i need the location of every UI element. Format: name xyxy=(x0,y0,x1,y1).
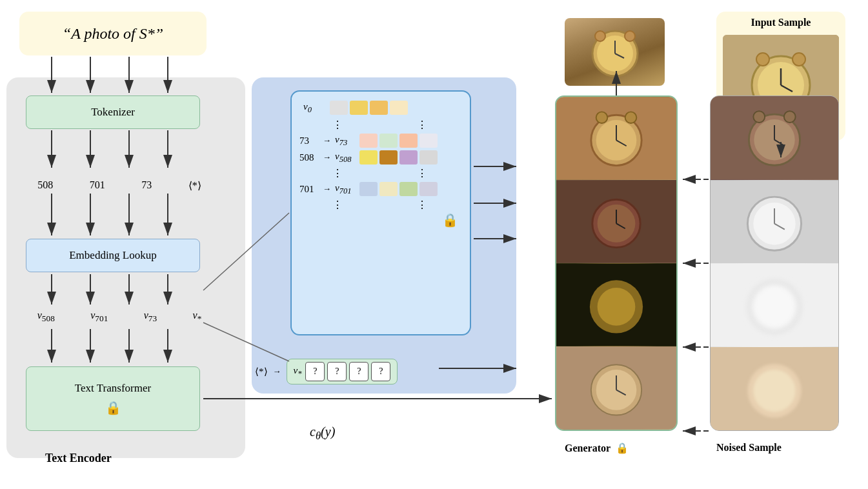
gen-clock-1 xyxy=(556,97,676,180)
noised-clock-4 xyxy=(711,347,838,431)
gen-clock-svg-4 xyxy=(556,346,676,430)
noised-sample-label: Noised Sample xyxy=(716,442,782,454)
tokenizer-label: Tokenizer xyxy=(91,106,135,119)
gen-clock-3 xyxy=(556,263,676,346)
noised-clock-svg-1 xyxy=(711,96,838,180)
vstar-questions: ? ? ? ? xyxy=(305,362,390,381)
token-73: 73 xyxy=(141,179,152,192)
noised-clock-svg-3 xyxy=(711,263,838,347)
clock-image-top xyxy=(565,18,665,86)
text-transformer-box: Text Transformer 🔒 xyxy=(26,366,200,431)
embed-row-v0: v0 xyxy=(297,98,465,117)
embed-dots-3: ⋮ ⋮ xyxy=(297,197,465,212)
question-box-4: ? xyxy=(371,362,390,381)
embed-vectors-row: v508 v701 v73 v* xyxy=(19,310,219,324)
text-transformer-lock-icon: 🔒 xyxy=(105,400,121,415)
gen-clock-svg-1 xyxy=(556,97,676,180)
question-box-1: ? xyxy=(305,362,325,381)
patch xyxy=(419,182,438,196)
arrow-508: → xyxy=(323,152,331,163)
prompt-text: “A photo of S*” xyxy=(63,25,163,43)
gen-clock-svg-2 xyxy=(556,180,676,263)
patch xyxy=(399,150,418,165)
embed-table-lock: 🔒 xyxy=(297,212,465,228)
gen-clock-2 xyxy=(556,180,676,263)
generator-panel xyxy=(555,95,678,431)
patch xyxy=(419,150,438,165)
generator-output-clock xyxy=(565,18,665,86)
embedding-lookup-label: Embedding Lookup xyxy=(69,249,157,262)
patch xyxy=(370,101,388,115)
noised-sample-panel xyxy=(710,95,839,431)
c-theta-label: cθ(y) xyxy=(310,424,335,443)
embed-index-73-label: 73 xyxy=(299,135,319,146)
prompt-box: “A photo of S*” xyxy=(19,12,207,55)
vstar-row: ⟨*⟩ → v* ? ? ? ? xyxy=(255,359,398,384)
patch xyxy=(359,182,378,196)
embed-row-508-wrapper: 508 → v508 xyxy=(297,149,465,166)
patch xyxy=(390,101,408,115)
token-701: 701 xyxy=(90,179,105,192)
svg-point-5 xyxy=(625,31,635,41)
gen-clock-4 xyxy=(556,346,676,430)
patch xyxy=(399,134,418,148)
patch xyxy=(379,150,398,165)
embed-index-v0: v0 xyxy=(303,101,326,115)
token-numbers-row: 508 701 73 ⟨*⟩ xyxy=(19,179,219,192)
svg-point-19 xyxy=(625,112,637,123)
patch xyxy=(379,134,398,148)
svg-point-38 xyxy=(753,111,765,123)
embed-index-701-label: 701 xyxy=(299,184,319,195)
patch xyxy=(350,101,368,115)
embed-index-508-label: 508 xyxy=(299,152,319,163)
embed-index-v508: v508 xyxy=(335,151,358,165)
patch xyxy=(379,182,398,196)
vec-508: v508 xyxy=(37,310,55,324)
token-star: ⟨*⟩ xyxy=(188,179,201,192)
embed-dots-2: ⋮ ⋮ xyxy=(297,166,465,181)
vstar-arrow: → xyxy=(273,366,281,377)
diagram: “A photo of S*” Tokenizer 508 701 73 ⟨*⟩… xyxy=(0,0,868,489)
question-box-3: ? xyxy=(349,362,368,381)
embed-row-v508: v508 xyxy=(335,150,438,165)
embed-table-lock-icon: 🔒 xyxy=(442,213,458,227)
patch xyxy=(419,134,438,148)
embed-patches-v73 xyxy=(359,134,438,148)
embed-row-v73: v73 xyxy=(335,134,438,148)
noised-clock-svg-4 xyxy=(711,347,838,431)
embed-patches-v701 xyxy=(359,182,438,196)
patch xyxy=(359,134,378,148)
embedding-lookup-box: Embedding Lookup xyxy=(26,239,200,272)
embed-patches-v0 xyxy=(330,101,408,115)
gen-clock-svg-3 xyxy=(556,263,676,346)
embedding-table-panel: v0 ⋮ ⋮ 73 → v73 xyxy=(290,90,471,335)
svg-point-39 xyxy=(784,111,796,123)
svg-point-4 xyxy=(595,31,605,41)
noised-clock-3 xyxy=(711,263,838,347)
vstar-label: v* xyxy=(294,365,302,379)
input-sample-label: Input Sample xyxy=(716,17,845,28)
embed-row-v701: v701 xyxy=(335,182,438,196)
tokenizer-box: Tokenizer xyxy=(26,95,200,129)
question-box-2: ? xyxy=(327,362,347,381)
embed-row-701-wrapper: 701 → v701 xyxy=(297,181,465,197)
noised-clock-1 xyxy=(711,96,838,180)
generator-label: Generator 🔒 xyxy=(565,442,629,454)
generator-lock-icon: 🔒 xyxy=(616,443,629,454)
embed-index-v701: v701 xyxy=(335,183,358,196)
vec-701: v701 xyxy=(90,310,108,324)
vstar-box: v* ? ? ? ? xyxy=(287,359,398,384)
noised-clock-svg-2 xyxy=(711,180,838,264)
patch xyxy=(399,182,418,196)
svg-point-11 xyxy=(756,53,769,66)
svg-point-47 xyxy=(752,285,796,328)
embed-dots-1: ⋮ ⋮ xyxy=(297,117,465,132)
token-508: 508 xyxy=(37,179,53,192)
patch xyxy=(330,101,348,115)
embed-row-73-wrapper: 73 → v73 xyxy=(297,132,465,149)
embed-patches-v508 xyxy=(359,150,438,165)
vec-star: v* xyxy=(193,310,202,324)
svg-point-27 xyxy=(598,288,636,326)
embed-index-v73: v73 xyxy=(335,134,358,148)
arrow-701: → xyxy=(323,184,331,194)
